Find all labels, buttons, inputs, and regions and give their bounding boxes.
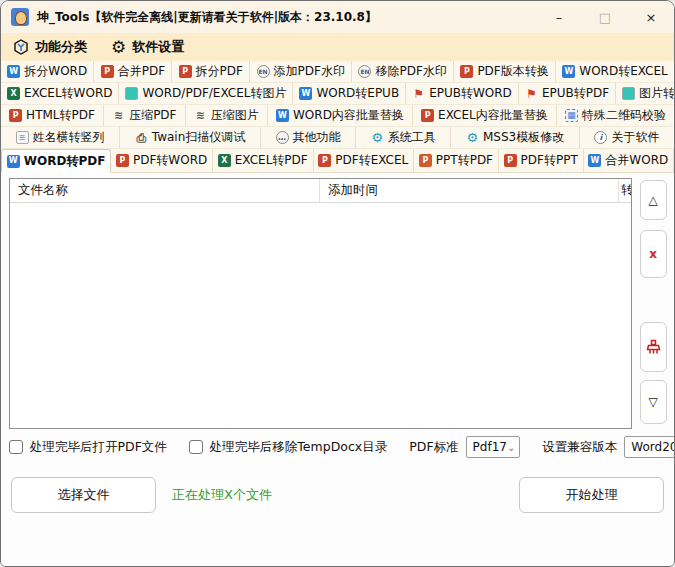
image-icon — [622, 87, 635, 100]
processing-status-text: 正在处理X个文件 — [172, 486, 272, 504]
toolbar-button-label: WORD内容批量替换 — [293, 107, 404, 124]
open-pdf-checkbox[interactable] — [9, 440, 23, 454]
tab-item[interactable]: PDF转WORD — [111, 149, 213, 172]
column-header-status[interactable]: 转 — [619, 179, 631, 202]
toolbar-button[interactable]: 移除PDF水印 — [352, 61, 454, 82]
toolbar-button[interactable]: WORD转EPUB — [293, 83, 406, 104]
move-down-button[interactable]: ▽ — [640, 380, 667, 424]
tab-item[interactable]: PPT转PDF — [414, 149, 499, 172]
brush-icon — [645, 339, 662, 356]
titlebar: 坤_Tools【软件完全离线|更新请看关于软件|版本：23.10.8】 – □ … — [1, 1, 674, 33]
toolbar-button[interactable]: WORD/PDF/EXCEL转图片 — [119, 83, 293, 104]
toolbar-row: 姓名横转竖列Twain扫描仪调试其他功能系统工具MSS3模板修改关于软件 — [1, 127, 674, 149]
toolbar-button[interactable]: 拆分PDF — [172, 61, 250, 82]
pdf-icon — [116, 154, 129, 167]
remove-tempdocx-checkbox[interactable] — [189, 440, 203, 454]
scanner-icon — [135, 131, 148, 144]
toolbar-button[interactable]: EXCEL转WORD — [1, 83, 119, 104]
toolbar-button[interactable]: EPUB转PDF — [519, 83, 616, 104]
watermark-icon — [257, 65, 270, 78]
menu-item-settings[interactable]: ⚙ 软件设置 — [111, 38, 184, 56]
delete-button[interactable]: x — [640, 230, 667, 278]
toolbar-button[interactable]: 关于软件 — [580, 127, 674, 148]
minimize-button[interactable]: – — [536, 1, 582, 33]
app-icon — [11, 8, 29, 26]
column-header-filename[interactable]: 文件名称 — [10, 179, 320, 202]
epub-icon — [525, 87, 538, 100]
compress-icon — [112, 109, 125, 122]
toolbar-row: 拆分WORD合并PDF拆分PDF添加PDF水印移除PDF水印PDF版本转换WOR… — [1, 61, 674, 83]
word-icon — [7, 155, 20, 168]
tab-active[interactable]: WORD转PDF — [1, 149, 111, 173]
excel-icon — [218, 154, 231, 167]
tab-item[interactable]: PDF转PPT — [499, 149, 584, 172]
tab-item[interactable]: PDF转EXCEL — [314, 149, 415, 172]
toolbar-button[interactable]: 系统工具 — [356, 127, 451, 148]
tab-label: EXCEL转PDF — [235, 152, 308, 169]
toolbar-button[interactable]: 压缩图片 — [186, 105, 268, 126]
toolbar-button[interactable]: 特殊二维码校验 — [557, 105, 674, 126]
remove-tempdocx-checkbox-label[interactable]: 处理完毕后移除TempDocx目录 — [210, 439, 387, 456]
watermark-icon — [358, 65, 371, 78]
toolbar-button-label: 系统工具 — [388, 129, 436, 146]
tab-label: 合并WORD — [605, 152, 668, 169]
file-table-body[interactable] — [10, 203, 631, 428]
select-files-button[interactable]: 选择文件 — [11, 477, 156, 513]
toolbar-button[interactable]: PDF版本转换 — [454, 61, 556, 82]
tab-item[interactable]: EXCEL转PDF — [213, 149, 314, 172]
toolbar-button-label: 移除PDF水印 — [375, 63, 446, 80]
toolbar-button[interactable]: EPUB转WORD — [406, 83, 519, 104]
tab-item[interactable]: 合并WORD — [584, 149, 674, 172]
toolbar: 拆分WORD合并PDF拆分PDF添加PDF水印移除PDF水印PDF版本转换WOR… — [1, 61, 674, 149]
word-icon — [7, 65, 20, 78]
start-processing-button[interactable]: 开始处理 — [519, 477, 664, 513]
image-icon — [125, 87, 138, 100]
gear-blue-icon — [466, 131, 479, 144]
compat-version-select[interactable]: Word2010 ⌄ — [624, 436, 675, 458]
toolbar-button-label: WORD/PDF/EXCEL转图片 — [142, 85, 286, 102]
toolbar-button-label: 图片转PDF — [639, 85, 675, 102]
column-header-addtime[interactable]: 添加时间 — [320, 179, 619, 202]
toolbar-button-label: WORD转EPUB — [316, 85, 399, 102]
word-icon — [562, 65, 575, 78]
toolbar-button[interactable]: 合并PDF — [94, 61, 172, 82]
toolbar-button[interactable]: 姓名横转竖列 — [1, 127, 120, 148]
down-triangle-icon: ▽ — [648, 395, 657, 409]
toolbar-button[interactable]: WORD转EXCEL — [556, 61, 674, 82]
toolbar-button[interactable]: Twain扫描仪调试 — [120, 127, 261, 148]
toolbar-button-label: 拆分WORD — [24, 63, 87, 80]
maximize-button[interactable]: □ — [582, 1, 628, 33]
ppt-icon — [419, 154, 432, 167]
menu-item-function-category[interactable]: 功能分类 — [13, 38, 87, 56]
close-button[interactable]: × — [628, 1, 674, 33]
toolbar-button[interactable]: MSS3模板修改 — [451, 127, 579, 148]
tab-label: PDF转EXCEL — [335, 152, 408, 169]
pdf-icon — [460, 65, 473, 78]
toolbar-button-label: 添加PDF水印 — [274, 63, 345, 80]
more-icon — [276, 131, 289, 144]
hexagon-y-icon — [13, 39, 29, 55]
toolbar-button[interactable]: HTML转PDF — [1, 105, 104, 126]
info-icon — [594, 131, 607, 144]
file-table[interactable]: 文件名称 添加时间 转 — [9, 178, 632, 429]
toolbar-button-label: 压缩图片 — [211, 107, 259, 124]
toolbar-button-label: EPUB转WORD — [429, 85, 512, 102]
compress-icon — [194, 109, 207, 122]
toolbar-button[interactable]: 其他功能 — [261, 127, 356, 148]
toolbar-button[interactable]: 添加PDF水印 — [250, 61, 352, 82]
toolbar-button[interactable]: WORD内容批量替换 — [268, 105, 413, 126]
toolbar-button[interactable]: 图片转PDF — [616, 83, 675, 104]
tab-label: PDF转WORD — [133, 152, 207, 169]
toolbar-button-label: HTML转PDF — [26, 107, 95, 124]
toolbar-button[interactable]: EXCEL内容批量替换 — [413, 105, 557, 126]
clear-list-button[interactable] — [640, 322, 667, 372]
window-title: 坤_Tools【软件完全离线|更新请看关于软件|版本：23.10.8】 — [37, 9, 377, 26]
move-up-button[interactable]: △ — [640, 180, 667, 220]
menu-item-label: 功能分类 — [35, 38, 87, 56]
gear-icon: ⚙ — [111, 39, 126, 56]
pdf-standard-select[interactable]: Pdf17 ⌄ — [466, 436, 521, 458]
toolbar-button[interactable]: 拆分WORD — [1, 61, 94, 82]
toolbar-button[interactable]: 压缩PDF — [104, 105, 186, 126]
compat-version-label: 设置兼容版本 — [542, 439, 617, 456]
open-pdf-checkbox-label[interactable]: 处理完毕后打开PDF文件 — [30, 439, 167, 456]
